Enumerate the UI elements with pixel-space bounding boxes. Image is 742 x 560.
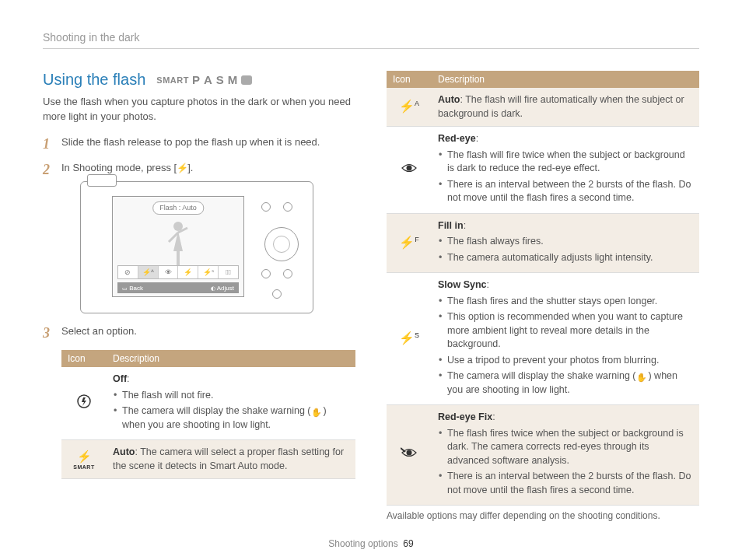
intro-text: Use the flash when you capture photos in… xyxy=(43,95,355,124)
control-dial-icon xyxy=(264,227,299,261)
shake-warning-icon: ✋ xyxy=(310,407,323,416)
svg-point-3 xyxy=(407,450,412,455)
step-3: Select an option. xyxy=(43,324,355,339)
screen-back-label: ▭ Back xyxy=(122,284,143,293)
slowsync-b1: The flash fires and the shutter stays op… xyxy=(438,295,693,309)
redeyefix-desc: Red-eye Fix: The flash fires twice when … xyxy=(432,405,699,506)
off-icon xyxy=(61,367,107,440)
off-desc: Off: The flash will not fire. The camera… xyxy=(107,367,355,440)
slowsync-icon: ⚡S xyxy=(387,273,432,405)
fillin-desc: Fill in: The flash always fires. The cam… xyxy=(432,213,699,273)
person-silhouette-icon xyxy=(163,220,194,267)
footnote: Available options may differ depending o… xyxy=(387,510,699,521)
flash-options-table-right: Icon Description ⚡A Auto: The flash will… xyxy=(387,71,699,506)
page-footer: Shooting options 69 xyxy=(0,538,742,549)
th-desc: Description xyxy=(107,350,355,367)
auto-desc: Auto: The flash will fire automatically … xyxy=(432,88,699,127)
scene-icon xyxy=(241,75,252,85)
smart-auto-icon: ⚡SMART xyxy=(61,440,107,479)
slowsync-desc: Slow Sync: The flash fires and the shutt… xyxy=(432,273,699,405)
mode-p: P xyxy=(192,73,201,86)
screen-adjust-label: ◐ Adjust xyxy=(211,284,234,293)
page-title: Using the flash xyxy=(43,71,145,89)
step-2: In Shooting mode, press [⚡]. Flash : Aut… xyxy=(43,161,355,314)
footer-section: Shooting options xyxy=(328,538,397,549)
breadcrumb: Shooting in the dark xyxy=(43,31,699,49)
left-column: Using the flash SMART P A S M Use the fl… xyxy=(43,71,355,521)
screen-flash-label: Flash : Auto xyxy=(152,201,204,215)
opt-slowsync-icon: ⚡ˢ xyxy=(198,266,219,278)
mode-badges: SMART P A S M xyxy=(156,73,252,86)
auto-icon: ⚡A xyxy=(387,88,432,127)
opt-fillin-icon: ⚡ xyxy=(178,266,198,278)
step-2-text-a: In Shooting mode, press [ xyxy=(61,162,177,173)
th-icon-r: Icon xyxy=(387,71,432,88)
page-number: 69 xyxy=(403,538,413,549)
slowsync-b2: This option is recommended when you want… xyxy=(438,310,693,352)
redeye-b1: The flash will fire twice when the subje… xyxy=(438,149,693,176)
redeyefix-b2: There is an interval between the 2 burst… xyxy=(438,470,693,497)
mode-a: A xyxy=(204,73,213,86)
camera-illustration: Flash : Auto ⊘ ⚡ᴬ 👁 ⚡ ⚡ˢ 👁̷ xyxy=(80,181,313,313)
redeyefix-b1: The flash fires twice when the subject o… xyxy=(438,427,693,468)
th-icon: Icon xyxy=(61,350,107,367)
redeye-icon xyxy=(387,127,432,214)
fillin-b1: The flash always fires. xyxy=(438,235,693,249)
mode-s: S xyxy=(216,73,225,86)
flash-option-bar: ⊘ ⚡ᴬ 👁 ⚡ ⚡ˢ 👁̷ xyxy=(117,265,239,279)
off-bullet-1: The flash will not fire. xyxy=(113,389,349,403)
fillin-b2: The camera automatically adjusts light i… xyxy=(438,251,693,265)
flash-options-table-left: Icon Description Off: The flash will not… xyxy=(61,350,355,479)
slowsync-b3: Use a tripod to prevent your photos from… xyxy=(438,354,693,368)
fillin-icon: ⚡F xyxy=(387,213,432,273)
opt-off-icon: ⊘ xyxy=(118,266,138,278)
step-1: Slide the flash release to pop the flash… xyxy=(43,135,355,150)
flash-icon: ⚡ xyxy=(177,163,187,173)
mode-m: M xyxy=(228,73,239,86)
svg-point-2 xyxy=(407,166,412,171)
opt-redeye-icon: 👁 xyxy=(159,266,179,278)
redeyefix-icon xyxy=(387,405,432,506)
redeye-b2: There is an interval between the 2 burst… xyxy=(438,178,693,205)
shake-warning-icon-2: ✋ xyxy=(635,372,648,381)
opt-redeyefix-icon: 👁̷ xyxy=(219,266,238,278)
off-bullet-2: The camera will display the shake warnin… xyxy=(113,404,349,432)
mode-smart: SMART xyxy=(156,75,189,85)
step-2-text-b: ]. xyxy=(187,162,193,173)
svg-point-0 xyxy=(173,222,183,231)
redeye-desc: Red-eye: The flash will fire twice when … xyxy=(432,127,699,214)
right-column: Icon Description ⚡A Auto: The flash will… xyxy=(387,71,699,521)
th-desc-r: Description xyxy=(432,71,699,88)
smart-auto-desc: Auto: The camera will select a proper fl… xyxy=(107,440,355,479)
slowsync-b4: The camera will display the shake warnin… xyxy=(438,369,693,397)
opt-auto-icon: ⚡ᴬ xyxy=(138,266,159,278)
